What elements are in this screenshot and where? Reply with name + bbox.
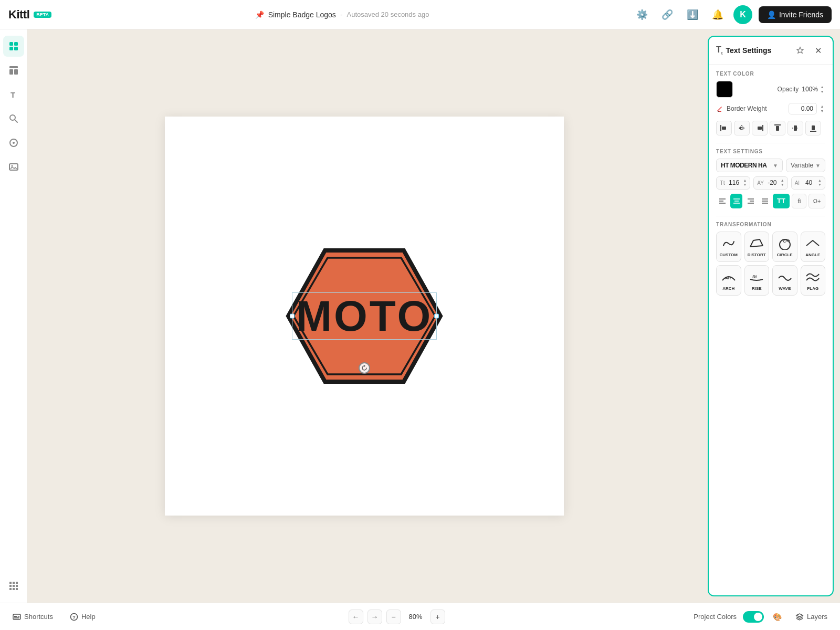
letter-spacing-group: AY -20 ▲ ▼ xyxy=(753,176,788,190)
svg-rect-28 xyxy=(722,127,726,130)
project-colors-toggle[interactable] xyxy=(743,611,764,623)
border-up[interactable]: ▲ xyxy=(819,104,825,109)
align-left-edge[interactable] xyxy=(716,121,732,135)
line-height-stepper[interactable]: ▲ ▼ xyxy=(818,178,822,187)
distort-icon xyxy=(749,236,764,251)
line-height-up[interactable]: ▲ xyxy=(818,178,822,183)
layers-button[interactable]: Layers xyxy=(791,610,832,624)
letter-spacing-value[interactable]: -20 xyxy=(765,179,779,186)
zoom-in-button[interactable]: + xyxy=(430,610,445,624)
transform-circle[interactable]: C I R CIRCLE xyxy=(772,232,797,262)
angle-icon xyxy=(805,236,820,251)
help-button[interactable]: ? Help xyxy=(66,610,100,624)
badge-container[interactable]: MOTO xyxy=(286,245,443,387)
letter-spacing-stepper[interactable]: ▲ ▼ xyxy=(781,178,784,187)
sidebar-tool-edit[interactable] xyxy=(3,36,24,57)
invite-friends-button[interactable]: 👤 Invite Friends xyxy=(759,6,832,23)
transform-custom[interactable]: CUSTOM xyxy=(716,232,741,262)
header-right: ⚙️ 🔗 ⬇️ 🔔 K 👤 Invite Friends xyxy=(633,5,832,24)
canvas[interactable]: MOTO xyxy=(165,117,564,516)
ligature-button[interactable]: fi xyxy=(792,194,806,208)
special-chars-button[interactable]: Ω+ xyxy=(808,194,825,208)
zoom-out-button[interactable]: − xyxy=(386,610,401,624)
bold-button[interactable]: TT xyxy=(773,194,790,208)
transform-arch[interactable]: AR ARCH xyxy=(716,265,741,296)
align-center-v[interactable] xyxy=(788,121,803,135)
font-variant-icon: ▼ xyxy=(815,163,821,169)
transform-wave[interactable]: WAVE xyxy=(772,265,797,296)
footer-right: Project Colors 🎨 Layers xyxy=(694,610,832,624)
redo-button[interactable]: → xyxy=(368,610,382,624)
svg-text:T: T xyxy=(10,90,15,99)
font-selector[interactable]: HT MODERN HA ▼ xyxy=(716,159,783,172)
letter-spacing-up[interactable]: ▲ xyxy=(781,178,784,183)
undo-button[interactable]: ← xyxy=(349,610,363,624)
footer-left: Shortcuts ? Help xyxy=(8,610,100,624)
align-right-button[interactable] xyxy=(744,194,757,208)
transform-rise[interactable]: RI RISE xyxy=(744,265,770,296)
transform-distort[interactable]: DISTORT xyxy=(744,232,770,262)
svg-rect-6 xyxy=(14,69,18,75)
align-center-button[interactable] xyxy=(730,194,742,208)
sidebar-tool-elements[interactable] xyxy=(3,132,24,153)
line-height-down[interactable]: ▼ xyxy=(818,183,822,187)
svg-rect-30 xyxy=(758,127,762,130)
align-left-button[interactable] xyxy=(716,194,728,208)
align-bottom[interactable] xyxy=(805,121,821,135)
panel-pin-button[interactable] xyxy=(793,43,807,58)
color-swatch[interactable] xyxy=(716,81,733,98)
letter-spacing-down[interactable]: ▼ xyxy=(781,183,784,187)
opacity-down[interactable]: ▼ xyxy=(819,90,825,94)
opacity-up[interactable]: ▲ xyxy=(819,85,825,89)
wave-label: WAVE xyxy=(779,286,791,291)
sidebar-tool-text[interactable]: T xyxy=(3,84,24,105)
line-height-value[interactable]: 40 xyxy=(801,179,816,186)
divider-1 xyxy=(716,143,825,143)
header-left: Kittl BETA xyxy=(8,8,51,22)
sidebar-tool-search[interactable] xyxy=(3,108,24,129)
sidebar-tool-photos[interactable] xyxy=(3,156,24,177)
border-down[interactable]: ▼ xyxy=(819,109,825,113)
align-top[interactable] xyxy=(770,121,785,135)
color-palette-button[interactable]: 🎨 xyxy=(770,610,785,624)
font-size-stepper[interactable]: ▲ ▼ xyxy=(743,178,747,187)
right-panel: Tt Text Settings ✕ TEXT COLOR Opacity xyxy=(708,36,834,596)
align-justify-button[interactable] xyxy=(759,194,771,208)
shortcuts-button[interactable]: Shortcuts xyxy=(8,610,57,624)
sidebar-tool-templates[interactable] xyxy=(3,60,24,81)
font-size-down[interactable]: ▼ xyxy=(743,183,747,187)
distort-label: DISTORT xyxy=(748,253,766,257)
border-stepper[interactable]: ▲ ▼ xyxy=(819,104,825,113)
badge-text-container[interactable]: MOTO xyxy=(296,295,433,338)
share-button[interactable]: 🔗 xyxy=(658,5,677,24)
download-button[interactable]: ⬇️ xyxy=(683,5,702,24)
pin-icon: 📌 xyxy=(255,10,264,19)
rotate-handle[interactable] xyxy=(359,362,370,374)
font-variant-selector[interactable]: Variable ▼ xyxy=(786,159,825,172)
badge-text[interactable]: MOTO xyxy=(296,295,433,338)
rise-label: RISE xyxy=(752,286,762,291)
settings-button[interactable]: ⚙️ xyxy=(633,5,652,24)
svg-rect-1 xyxy=(14,42,18,46)
font-size-up[interactable]: ▲ xyxy=(743,178,747,183)
transform-angle[interactable]: ANGLE xyxy=(801,232,826,262)
autosave-text: Autosaved 20 seconds ago xyxy=(347,10,429,18)
letter-spacing-icon: AY xyxy=(757,180,764,186)
align-right-edge[interactable] xyxy=(752,121,768,135)
divider-2 xyxy=(716,216,825,216)
border-weight-input[interactable] xyxy=(789,103,817,114)
font-size-value[interactable]: 116 xyxy=(727,179,742,186)
project-name[interactable]: Simple Badge Logos xyxy=(268,10,336,19)
opacity-stepper[interactable]: ▲ ▼ xyxy=(819,85,825,94)
logo: Kittl xyxy=(8,8,29,22)
svg-rect-17 xyxy=(9,585,12,587)
avatar[interactable]: K xyxy=(733,5,752,24)
align-flip-h[interactable] xyxy=(734,121,750,135)
panel-close-button[interactable]: ✕ xyxy=(811,43,825,58)
svg-rect-21 xyxy=(13,588,15,590)
notification-button[interactable]: 🔔 xyxy=(708,5,727,24)
canvas-area[interactable]: MOTO xyxy=(27,29,701,603)
sidebar-tool-grid[interactable] xyxy=(3,575,24,596)
text-selection[interactable]: MOTO xyxy=(296,295,433,338)
transform-flag[interactable]: FLAG xyxy=(801,265,826,296)
